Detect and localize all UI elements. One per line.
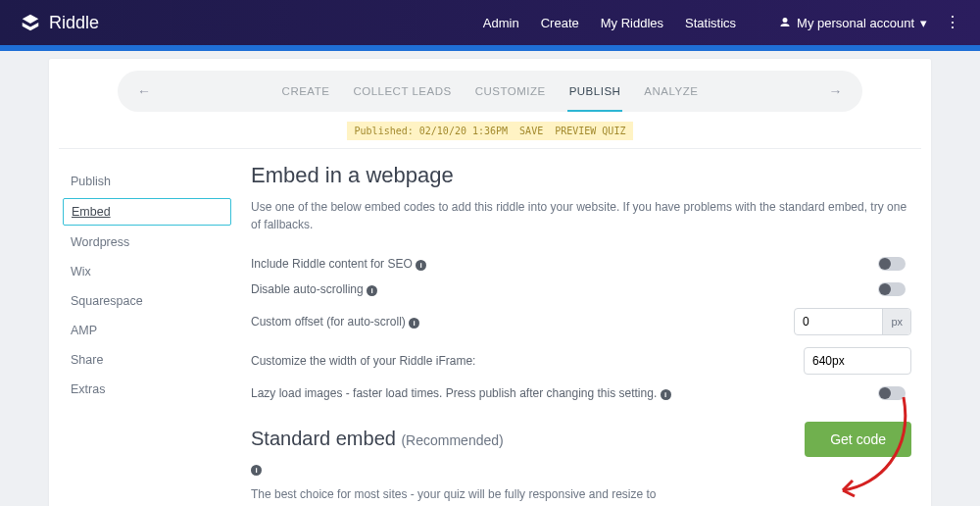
brand-logo[interactable]: Riddle <box>20 12 99 33</box>
info-icon[interactable]: i <box>367 285 377 296</box>
get-code-button[interactable]: Get code <box>805 422 911 457</box>
status-banner: Published: 02/10/20 1:36PM SAVE PREVIEW … <box>347 122 634 140</box>
offset-unit: px <box>882 309 910 334</box>
custom-offset-input[interactable]: px <box>794 308 911 335</box>
divider <box>59 148 921 149</box>
offset-field[interactable] <box>795 315 882 329</box>
page-title: Embed in a webpage <box>251 163 911 188</box>
sidebar-item-embed[interactable]: Embed <box>63 198 231 226</box>
main-content: Embed in a webpage Use one of the below … <box>235 163 921 506</box>
toggle-seo[interactable] <box>878 257 906 271</box>
info-icon[interactable]: i <box>409 318 419 329</box>
step-next-icon[interactable]: → <box>829 83 844 99</box>
standard-embed-desc: The best choice for most sites - your qu… <box>251 485 662 506</box>
chevron-down-icon: ▾ <box>920 16 927 30</box>
label-disable-autoscroll: Disable auto-scrolling i <box>251 282 872 296</box>
label-iframe-width: Customize the width of your Riddle iFram… <box>251 354 798 368</box>
top-bar: Riddle Admin Create My Riddles Statistic… <box>0 0 980 45</box>
toggle-lazy-load[interactable] <box>878 386 906 400</box>
iframe-width-input[interactable] <box>804 347 911 375</box>
nav-my-riddles[interactable]: My Riddles <box>601 16 663 30</box>
save-link[interactable]: SAVE <box>519 126 543 136</box>
info-icon[interactable]: i <box>416 260 426 271</box>
sidebar-item-wordpress[interactable]: Wordpress <box>63 229 231 255</box>
step-analyze[interactable]: ANALYZE <box>644 85 698 97</box>
brand-icon <box>20 12 41 33</box>
account-menu[interactable]: My personal account ▾ <box>779 16 927 30</box>
step-collect-leads[interactable]: COLLECT LEADS <box>353 85 451 97</box>
sidebar-item-wix[interactable]: Wix <box>63 259 231 284</box>
step-create[interactable]: CREATE <box>282 85 330 97</box>
account-label: My personal account <box>797 16 914 30</box>
step-prev-icon[interactable]: ← <box>137 83 152 99</box>
step-publish[interactable]: PUBLISH <box>569 85 621 97</box>
iframe-width-field[interactable] <box>805 354 910 368</box>
sidebar: Publish Embed Wordpress Wix Squarespace … <box>59 163 235 506</box>
workflow-steps: ← CREATE COLLECT LEADS CUSTOMIZE PUBLISH… <box>118 71 862 112</box>
published-timestamp: Published: 02/10/20 1:36PM <box>355 126 509 136</box>
sidebar-item-extras[interactable]: Extras <box>63 377 231 402</box>
step-customize[interactable]: CUSTOMIZE <box>475 85 546 97</box>
standard-embed-title: Standard embed (Recommended) <box>251 428 504 450</box>
user-icon <box>779 17 791 28</box>
sidebar-item-squarespace[interactable]: Squarespace <box>63 288 231 314</box>
top-nav: Admin Create My Riddles Statistics My pe… <box>483 16 927 30</box>
kebab-menu-icon[interactable]: ⋮ <box>945 15 960 30</box>
page-subtitle: Use one of the below embed codes to add … <box>251 198 911 233</box>
sidebar-item-share[interactable]: Share <box>63 347 231 373</box>
nav-statistics[interactable]: Statistics <box>685 16 736 30</box>
info-icon[interactable]: i <box>661 389 671 400</box>
preview-quiz-link[interactable]: PREVIEW QUIZ <box>555 126 625 136</box>
label-seo: Include Riddle content for SEO i <box>251 257 872 271</box>
content-card: ← CREATE COLLECT LEADS CUSTOMIZE PUBLISH… <box>49 59 931 506</box>
sidebar-item-publish[interactable]: Publish <box>63 169 231 194</box>
info-icon[interactable]: i <box>251 465 262 476</box>
label-lazy-load: Lazy load images - faster load times. Pr… <box>251 386 872 400</box>
brand-name: Riddle <box>49 13 99 33</box>
recommended-label: (Recommended) <box>401 432 503 448</box>
nav-create[interactable]: Create <box>541 16 579 30</box>
toggle-disable-autoscroll[interactable] <box>878 282 906 296</box>
nav-admin[interactable]: Admin <box>483 16 519 30</box>
label-custom-offset: Custom offset (for auto-scroll) i <box>251 315 788 329</box>
sidebar-item-amp[interactable]: AMP <box>63 318 231 343</box>
